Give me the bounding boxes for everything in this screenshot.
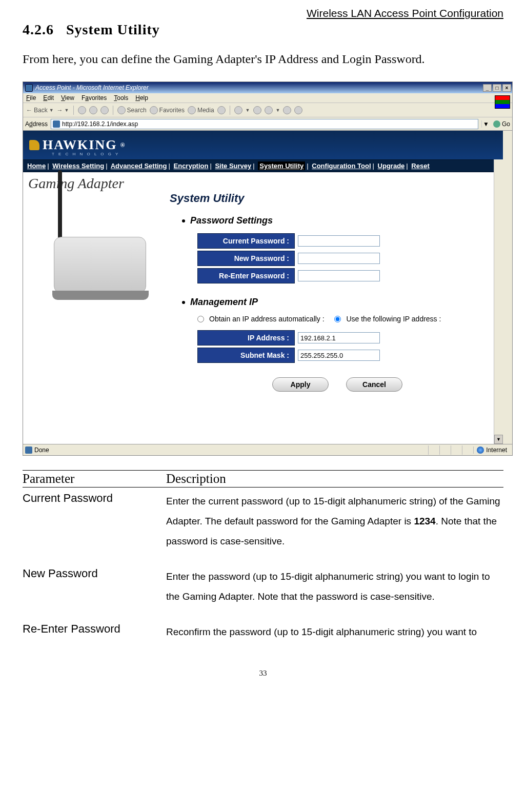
go-button[interactable]: Go [493,120,510,128]
nav-reset[interactable]: Reset [411,162,429,170]
refresh-icon[interactable] [89,106,97,114]
minimize-button[interactable]: _ [483,84,492,92]
messenger-icon[interactable] [294,106,302,114]
device-title: Gaming Adapter [23,172,167,192]
section-number: 4.2.6 [23,22,54,37]
menu-tools[interactable]: Tools [114,94,128,102]
current-password-label: Current Password : [197,233,295,249]
nav-advanced[interactable]: Advanced Setting [111,162,167,170]
reenter-password-row: Re-Enter Password : [197,268,493,283]
running-header: Wireless LAN Access Point Configuration [23,7,503,19]
nav-encryption[interactable]: Encryption [174,162,209,170]
reenter-password-input[interactable] [298,270,380,281]
edit-icon[interactable] [265,106,273,114]
brand-name: HAWKING [43,137,117,153]
password-settings-heading: Password Settings [170,215,493,226]
media-label: Media [197,107,214,114]
intro-paragraph: From here, you can define the Gaming Ada… [23,52,503,66]
history-icon[interactable] [217,106,226,114]
statusbar: Done Internet [23,444,512,455]
nav-upgrade[interactable]: Upgrade [378,162,405,170]
stop-icon[interactable] [78,106,86,114]
address-input[interactable]: http://192.168.2.1/index.asp [51,119,478,129]
param-name-new: New Password [23,567,166,607]
page-icon [53,120,60,128]
mail-dropdown[interactable]: ▼ [246,108,250,113]
print-icon[interactable] [253,106,261,114]
col-header-description: Description [166,472,226,486]
search-label: Search [127,107,147,114]
media-button[interactable]: Media [188,106,214,114]
home-icon[interactable] [100,106,109,114]
address-dropdown[interactable]: ▼ [481,120,490,128]
param-desc-new: Enter the password (up to 15-digit alpha… [166,567,503,607]
scroll-down-button[interactable]: ▼ [494,435,503,444]
menu-help[interactable]: Help [135,94,148,102]
discuss-icon[interactable] [283,106,291,114]
brand-logo: HAWKING® [29,137,126,153]
nav-wireless[interactable]: Wireless Setting [52,162,104,170]
menu-view[interactable]: View [61,94,74,102]
new-password-row: New Password : [197,251,493,266]
window-titlebar: Access Point - Microsoft Internet Explor… [23,82,512,93]
apply-button[interactable]: Apply [272,377,329,392]
toolbar-separator [113,106,113,115]
maximize-button[interactable]: □ [493,84,501,92]
menubar: File Edit View Favorites Tools Help [23,93,512,103]
new-password-input[interactable] [298,253,380,264]
ip-manual-label: Use the following IP address : [346,315,441,323]
internet-zone-icon [477,446,484,454]
ip-address-row: IP Address : [197,330,493,346]
close-button[interactable]: × [502,84,511,92]
status-left: Done [25,446,428,454]
ip-manual-radio[interactable] [334,316,341,322]
ie-throbber-icon [495,95,510,109]
forward-button[interactable]: → ▼ [57,107,69,114]
reenter-password-label: Re-Enter Password : [197,268,295,283]
mgmt-heading-text: Management IP [190,297,258,308]
nav-system-utility[interactable]: System Utility [258,161,305,170]
top-nav: Home| Wireless Setting| Advanced Setting… [23,159,503,172]
button-row: Apply Cancel [272,377,493,392]
device-image [38,201,151,303]
favorites-label: Favorites [159,107,185,114]
back-button[interactable]: ← Back ▼ [26,107,54,114]
nav-survey[interactable]: Site Survey [215,162,251,170]
favorites-icon [150,106,158,114]
menu-file[interactable]: File [26,94,36,102]
bullet-icon [182,301,185,304]
current-password-input[interactable] [298,235,380,247]
vertical-scrollbar[interactable]: ▲ ▼ [494,131,503,444]
desc-pre: Reconfirm the password (up to 15-digit a… [166,626,477,637]
ip-address-input[interactable] [298,332,380,343]
subnet-label: Subnet Mask : [197,348,295,363]
back-label: Back [34,107,48,114]
ip-auto-label: Obtain an IP address automatically : [209,315,325,323]
main-column: System Utility Password Settings Current… [167,172,503,444]
cancel-button[interactable]: Cancel [346,377,402,392]
current-password-row: Current Password : [197,233,493,249]
menu-favorites[interactable]: Favorites [82,94,107,102]
search-button[interactable]: Search [117,106,147,114]
param-desc-current: Enter the current password (up to 15-dig… [166,492,503,552]
content-area: Gaming Adapter System Utility Password S… [23,172,503,444]
registered-mark: ® [120,141,126,149]
status-zone: Internet [473,446,510,454]
edit-dropdown[interactable]: ▼ [276,108,280,113]
nav-config-tool[interactable]: Configuration Tool [312,162,371,170]
ip-mode-row: Obtain an IP address automatically : Use… [197,315,493,323]
mail-icon[interactable] [234,106,242,114]
screenshot-container: Access Point - Microsoft Internet Explor… [23,82,513,456]
table-row: Re-Enter Password Reconfirm the password… [23,618,503,642]
menu-edit[interactable]: Edit [43,94,54,102]
param-name-current: Current Password [23,492,166,552]
address-label: Address [25,120,48,128]
subnet-input[interactable] [298,350,380,361]
go-label: Go [502,120,510,128]
nav-home[interactable]: Home [27,162,46,170]
zone-label: Internet [486,446,507,454]
browser-viewport: ▲ ▼ HAWKING® T E C H N O L O G Y Home| W… [23,131,512,444]
ip-auto-radio[interactable] [197,316,204,322]
media-icon [188,106,196,114]
favorites-button[interactable]: Favorites [150,106,185,114]
